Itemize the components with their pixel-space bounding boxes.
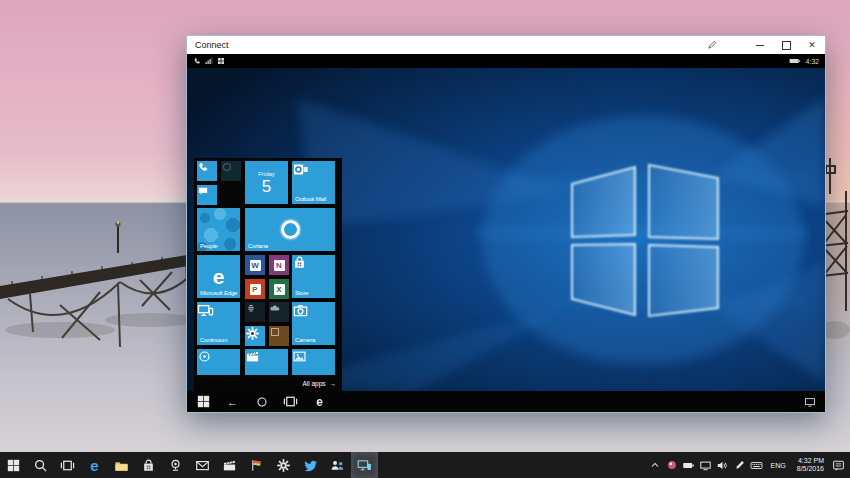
taskbar-colored-flag-app[interactable]	[243, 452, 270, 478]
tile-microsoft-edge[interactable]: eMicrosoft Edge	[197, 255, 240, 298]
tile-word[interactable]: W	[245, 255, 265, 275]
mail-icon	[195, 458, 210, 473]
taskbar-task-view-button[interactable]	[54, 452, 81, 478]
maximize-button[interactable]	[773, 36, 799, 54]
edge-button[interactable]: e	[312, 394, 327, 409]
edge-white-icon: e	[316, 395, 323, 409]
all-apps-label: All apps	[302, 380, 325, 387]
clock-date: 8/5/2016	[797, 465, 824, 473]
window-title: Connect	[187, 40, 229, 50]
webcam-icon	[168, 458, 183, 473]
tiles-icon	[217, 57, 225, 65]
taskbar-settings[interactable]	[270, 452, 297, 478]
status-time: 4:32	[805, 58, 819, 65]
tray-battery-icon[interactable]	[681, 452, 697, 478]
tile-settings[interactable]	[245, 326, 265, 346]
tile-continuum[interactable]: Continuum	[197, 302, 240, 345]
gear-icon	[245, 326, 265, 346]
taskbar-edge[interactable]: e	[81, 452, 108, 478]
tile-outlook-mail[interactable]: Outlook Mail	[292, 161, 335, 204]
tray-chevron-up-icon[interactable]	[647, 452, 663, 478]
tile-label: Camera	[295, 337, 315, 343]
groove-icon	[245, 302, 265, 322]
system-tray: ENG4:32 PM8/5/2016	[647, 452, 850, 478]
tray-keyboard-icon[interactable]	[749, 452, 765, 478]
windows-flag-icon	[7, 459, 20, 472]
phone-projection: 4:32	[187, 54, 825, 412]
tile-label: Store	[295, 290, 308, 296]
taskbar-start-button[interactable]	[0, 452, 27, 478]
clapper-icon	[222, 458, 237, 473]
battery-icon	[789, 57, 801, 65]
gear-icon	[276, 458, 291, 473]
tile-photos-live[interactable]	[269, 326, 289, 346]
tile-weather[interactable]	[269, 302, 289, 322]
clock-time: 4:32 PM	[797, 457, 824, 465]
office-letter-icon: X	[269, 279, 289, 299]
task-view-button[interactable]	[283, 394, 298, 409]
taskbar-connect-app[interactable]	[351, 452, 378, 478]
tile-store[interactable]: Store	[292, 255, 335, 298]
tile-movies-tv[interactable]	[245, 349, 288, 375]
tile-phone[interactable]	[197, 161, 217, 181]
tile-people[interactable]: People	[197, 208, 240, 251]
taskbar-store[interactable]	[135, 452, 162, 478]
taskbar-search-button[interactable]	[27, 452, 54, 478]
picture-icon	[292, 349, 335, 375]
windows-button[interactable]	[196, 394, 211, 409]
taskbar-mail[interactable]	[189, 452, 216, 478]
tile-label: Continuum	[200, 337, 227, 343]
tile-cortana[interactable]: Cortana	[245, 208, 335, 251]
tile-camera[interactable]: Camera	[292, 302, 335, 345]
task-view-icon	[60, 458, 75, 473]
tile-calendar[interactable]: Friday 5	[245, 161, 288, 204]
window-titlebar[interactable]: Connect ✕	[187, 36, 825, 54]
tile-media[interactable]	[197, 349, 240, 375]
tile-powerpoint[interactable]: P	[245, 279, 265, 299]
phone-icon	[197, 161, 217, 181]
edge-blue-icon: e	[90, 458, 98, 473]
twitter-icon	[303, 458, 318, 473]
taskbar-movies-tv[interactable]	[216, 452, 243, 478]
folder-icon	[114, 458, 129, 473]
signal-icon	[205, 57, 213, 65]
taskbar-twitter[interactable]	[297, 452, 324, 478]
tile-label: Microsoft Edge	[200, 290, 237, 296]
search-circle-button[interactable]	[254, 394, 269, 409]
tray-pen-icon[interactable]	[732, 452, 748, 478]
all-apps-link[interactable]: All apps →	[302, 380, 336, 387]
taskbar-people[interactable]	[324, 452, 351, 478]
taskbar-file-explorer[interactable]	[108, 452, 135, 478]
close-button[interactable]: ✕	[799, 36, 825, 54]
tile-messaging[interactable]	[197, 185, 217, 205]
taskbar-webcam-app[interactable]	[162, 452, 189, 478]
phone-icon	[193, 57, 201, 65]
action-center-button[interactable]	[830, 452, 846, 478]
tile-label: Outlook Mail	[295, 196, 326, 202]
taskbar: e ENG4:32 PM8/5/2016	[0, 452, 850, 478]
task-view-icon	[283, 394, 298, 409]
office-letter-icon: N	[269, 255, 289, 275]
disc-icon	[197, 349, 240, 375]
tray-volume-icon[interactable]	[715, 452, 731, 478]
start-screen: Friday 5Outlook MailPeopleCortanaeMicros…	[194, 158, 342, 391]
window-controls: ✕	[699, 36, 825, 54]
language-indicator[interactable]: ENG	[766, 462, 791, 469]
minimize-button[interactable]	[747, 36, 773, 54]
projection-nav-bar: ←e	[187, 391, 825, 412]
tile-groove-music[interactable]	[245, 302, 265, 322]
office-letter-icon: W	[245, 255, 265, 275]
tile-app-dark[interactable]	[221, 161, 241, 181]
status-right: 4:32	[789, 57, 819, 65]
tray-tray-app-icon[interactable]	[664, 452, 680, 478]
people-icon	[330, 458, 345, 473]
tile-photos[interactable]	[292, 349, 335, 375]
back-button[interactable]: ←	[225, 394, 240, 409]
taskbar-clock[interactable]: 4:32 PM8/5/2016	[792, 457, 829, 473]
right-arrow-icon: →	[330, 380, 337, 387]
pen-icon[interactable]	[699, 36, 725, 54]
tile-excel[interactable]: X	[269, 279, 289, 299]
tray-network-icon[interactable]	[698, 452, 714, 478]
tile-onenote[interactable]: N	[269, 255, 289, 275]
office-letter-icon: P	[245, 279, 265, 299]
